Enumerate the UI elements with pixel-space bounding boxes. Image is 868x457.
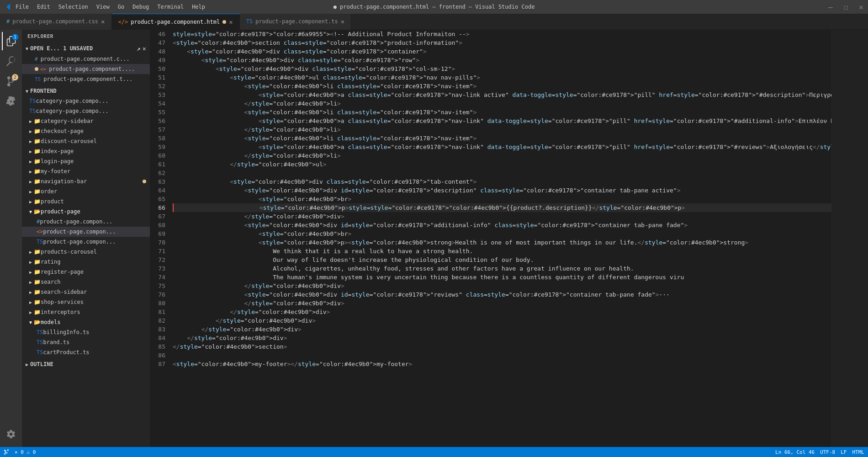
activity-source-control[interactable]: 2 xyxy=(2,72,20,90)
product-page-chevron: ▼ xyxy=(29,209,32,214)
editor-content[interactable]: 4647484950515253545556575859606162636465… xyxy=(150,30,868,447)
file-brand[interactable]: TS brand.ts xyxy=(22,337,150,347)
interceptors-chevron: ▶ xyxy=(29,310,32,315)
tab-html[interactable]: </> product-page.component.html ✕ xyxy=(112,14,240,30)
file-pp-css[interactable]: # product-page.compon... xyxy=(22,217,150,227)
folder-interceptors[interactable]: ▶ 📁 interceptors xyxy=(22,307,150,317)
folder-category-page[interactable]: TS category-page.compo... xyxy=(22,96,150,106)
status-language[interactable]: HTML xyxy=(852,449,865,455)
html-file-icon: </> xyxy=(118,19,128,25)
status-left: ✕ 0 ⚠ 0 xyxy=(4,449,36,455)
tab-css[interactable]: # product-page.component.css ✕ xyxy=(0,14,112,30)
activity-extensions[interactable] xyxy=(2,92,20,111)
code-content[interactable]: style=style="color:#ce9178">"color:#6a99… xyxy=(173,30,831,447)
folder-login[interactable]: ▶ 📁 login-page xyxy=(22,156,150,166)
tab-ts[interactable]: TS product-page.component.ts ✕ xyxy=(240,14,352,30)
code-line-83: </style="color:#4ec9b0">div> xyxy=(173,325,831,334)
tab-ts-close[interactable]: ✕ xyxy=(341,18,344,25)
open-editors-split[interactable]: ↗ xyxy=(137,45,140,52)
code-line-49: <style="color:#4ec9b0">div class=style="… xyxy=(173,56,831,64)
folder-icon-interceptors: 📁 xyxy=(34,309,41,315)
status-errors[interactable]: ✕ 0 ⚠ 0 xyxy=(15,449,36,455)
maximize-button[interactable]: ☐ xyxy=(844,3,848,11)
folder-products-carousel[interactable]: ▶ 📁 products-carousel xyxy=(22,247,150,257)
code-line-84: </style="color:#4ec9b0">div> xyxy=(173,334,831,342)
folder-models[interactable]: ▼ 📂 models xyxy=(22,317,150,327)
open-editor-html-name: product-page.component.... xyxy=(49,66,135,72)
open-editors-header[interactable]: ▼ OPEN E... 1 UNSAVED ↗ ✕ xyxy=(22,43,150,54)
open-editor-css[interactable]: # product-page.component.c... xyxy=(22,54,150,64)
open-editor-ts[interactable]: TS product-page.component.t... xyxy=(22,74,150,84)
code-line-71: We think that it is a real luck to have … xyxy=(173,247,831,255)
menu-debug[interactable]: Debug xyxy=(132,4,149,10)
tab-css-close[interactable]: ✕ xyxy=(101,18,105,25)
folder-category-page2[interactable]: TS category-page.compo... xyxy=(22,106,150,116)
file-cart-product[interactable]: TS cartProduct.ts xyxy=(22,347,150,357)
file-pp-ts[interactable]: TS product-page.compon... xyxy=(22,237,150,247)
folder-icon-register: 📁 xyxy=(34,269,41,275)
open-editors-close-all[interactable]: ✕ xyxy=(143,45,146,52)
folder-product[interactable]: ▶ 📁 product xyxy=(22,197,150,207)
open-editor-html[interactable]: <> product-page.component.... xyxy=(22,64,150,74)
folder-discount-name: discount-carousel xyxy=(41,138,97,144)
outline-header[interactable]: ▶ OUTLINE xyxy=(22,359,150,369)
status-git-branch[interactable] xyxy=(4,449,9,455)
file-billing-name: billingInfo.ts xyxy=(43,329,89,335)
activity-explorer[interactable]: 1 xyxy=(2,32,20,50)
file-pp-html-name: product-page.compon... xyxy=(43,228,116,235)
editor-area: 4647484950515253545556575859606162636465… xyxy=(150,30,868,447)
menu-edit[interactable]: Edit xyxy=(37,4,50,10)
minimize-button[interactable]: — xyxy=(828,3,833,11)
activity-settings[interactable] xyxy=(2,425,20,443)
folder-rating-name: rating xyxy=(41,259,60,265)
folder-footer[interactable]: ▶ 📁 my-footer xyxy=(22,166,150,176)
code-line-68: <style="color:#4ec9b0">div id=style="col… xyxy=(173,221,831,229)
folder-icon-product: 📁 xyxy=(34,198,41,205)
code-line-48: <style="color:#4ec9b0">div class=style="… xyxy=(173,47,831,56)
menu-file[interactable]: File xyxy=(16,4,29,10)
folder-product-page[interactable]: ▼ 📂 product-page xyxy=(22,207,150,217)
folder-discount[interactable]: ▶ 📁 discount-carousel xyxy=(22,136,150,146)
menu-help[interactable]: Help xyxy=(192,4,205,10)
activity-search[interactable] xyxy=(2,52,20,70)
menu-go[interactable]: Go xyxy=(118,4,124,10)
file-pp-html[interactable]: <> product-page.compon... xyxy=(22,227,150,237)
ts-icon-cat1: TS xyxy=(29,98,36,104)
file-pp-css-name: product-page.compon... xyxy=(40,218,112,225)
folder-icon-index: 📁 xyxy=(34,148,41,154)
html-icon-pp: <> xyxy=(37,228,43,235)
frontend-label: FRONTEND xyxy=(30,88,57,94)
window-title: ● product-page.component.html — frontend… xyxy=(333,4,535,10)
code-line-74: The human's immune system is very uncert… xyxy=(173,273,831,282)
line-numbers: 4647484950515253545556575859606162636465… xyxy=(150,30,173,447)
folder-checkout[interactable]: ▶ 📁 checkout-page xyxy=(22,126,150,136)
folder-search-sidebar[interactable]: ▶ 📁 search-sidebar xyxy=(22,287,150,297)
folder-register[interactable]: ▶ 📁 register-page xyxy=(22,267,150,277)
status-encoding[interactable]: UTF-8 xyxy=(820,449,835,455)
folder-navbar[interactable]: ▶ 📁 navigation-bar xyxy=(22,176,150,186)
folder-navbar-name: navigation-bar xyxy=(41,178,87,185)
code-line-47: <style="color:#4ec9b0">section class=sty… xyxy=(173,38,831,47)
folder-icon-checkout: 📁 xyxy=(34,128,41,134)
tab-html-close[interactable]: ✕ xyxy=(229,18,233,26)
outline-label: OUTLINE xyxy=(30,361,53,367)
folder-index[interactable]: ▶ 📁 index-page xyxy=(22,146,150,156)
search-sidebar-chevron: ▶ xyxy=(29,290,32,295)
close-button[interactable]: ✕ xyxy=(859,3,863,11)
css-icon-pp: # xyxy=(37,218,40,225)
folder-search[interactable]: ▶ 📁 search xyxy=(22,277,150,287)
folder-order[interactable]: ▶ 📁 order xyxy=(22,186,150,197)
folder-login-name: login-page xyxy=(41,158,74,165)
folder-index-name: index-page xyxy=(41,148,74,154)
folder-shop-services[interactable]: ▶ 📁 shop-services xyxy=(22,297,150,307)
file-billing[interactable]: TS billingInfo.ts xyxy=(22,327,150,337)
menu-view[interactable]: View xyxy=(96,4,110,10)
menu-selection[interactable]: Selection xyxy=(58,4,88,10)
folder-category-sidebar[interactable]: ▶ 📁 category-sidebar xyxy=(22,116,150,126)
menu-terminal[interactable]: Terminal xyxy=(157,4,184,10)
status-line-ending[interactable]: LF xyxy=(841,449,847,455)
frontend-header[interactable]: ▼ FRONTEND xyxy=(22,86,150,96)
code-line-70: <style="color:#4ec9b0">p><style="color:#… xyxy=(173,238,831,247)
code-line-60: </style="color:#4ec9b0">li> xyxy=(173,151,831,160)
folder-rating[interactable]: ▶ 📁 rating xyxy=(22,257,150,267)
